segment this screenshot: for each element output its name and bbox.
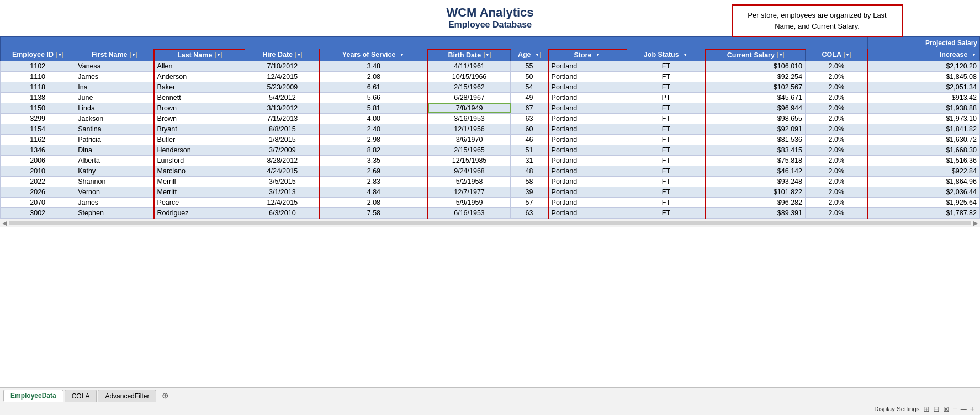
table-cell[interactable]: 1118 bbox=[1, 82, 75, 92]
table-cell[interactable]: FT bbox=[627, 187, 706, 197]
table-cell[interactable]: $93,248 bbox=[706, 176, 805, 187]
table-cell[interactable]: $92,254 bbox=[706, 71, 805, 82]
table-cell[interactable]: Butler bbox=[154, 134, 245, 145]
table-cell[interactable]: Portland bbox=[548, 197, 627, 208]
table-cell[interactable]: $1,938.88 bbox=[867, 103, 979, 113]
table-cell[interactable]: 2.0% bbox=[806, 166, 868, 176]
table-cell[interactable]: 7/8/1949 bbox=[428, 103, 511, 113]
table-cell[interactable]: FT bbox=[627, 124, 706, 134]
table-cell[interactable]: 2.0% bbox=[806, 176, 868, 187]
table-cell[interactable]: $1,516.36 bbox=[867, 155, 979, 166]
col-empid[interactable]: Employee ID ▼ bbox=[1, 49, 75, 61]
table-cell[interactable]: Linda bbox=[75, 103, 154, 113]
table-cell[interactable]: Bryant bbox=[154, 124, 245, 134]
table-cell[interactable]: Henderson bbox=[154, 145, 245, 155]
filter-birthdate[interactable]: ▼ bbox=[484, 52, 491, 58]
table-cell[interactable]: Marciano bbox=[154, 166, 245, 176]
table-cell[interactable]: Anderson bbox=[154, 71, 245, 82]
table-cell[interactable]: 2.0% bbox=[806, 113, 868, 124]
col-cola[interactable]: COLA ▼ bbox=[806, 49, 868, 61]
table-cell[interactable]: Stephen bbox=[75, 208, 154, 218]
table-cell[interactable]: 63 bbox=[511, 113, 548, 124]
table-cell[interactable]: $1,630.72 bbox=[867, 134, 979, 145]
table-cell[interactable]: 2.0% bbox=[806, 71, 868, 82]
table-cell[interactable]: $96,282 bbox=[706, 197, 805, 208]
tab-advancedfilter[interactable]: AdvancedFilter bbox=[98, 390, 156, 402]
table-cell[interactable]: Portland bbox=[548, 155, 627, 166]
table-cell[interactable]: 2010 bbox=[1, 166, 75, 176]
table-cell[interactable]: 3.35 bbox=[320, 155, 427, 166]
table-cell[interactable]: 46 bbox=[511, 134, 548, 145]
table-cell[interactable]: Brown bbox=[154, 113, 245, 124]
table-cell[interactable]: $913.42 bbox=[867, 92, 979, 103]
table-cell[interactable]: 4/24/2015 bbox=[245, 166, 320, 176]
table-cell[interactable]: 3/7/2009 bbox=[245, 145, 320, 155]
table-cell[interactable]: $75,818 bbox=[706, 155, 805, 166]
col-projsalary[interactable]: Increase ▼ bbox=[867, 49, 979, 61]
tab-add-button[interactable]: ⊕ bbox=[157, 390, 173, 402]
table-cell[interactable]: FT bbox=[627, 113, 706, 124]
table-cell[interactable]: $2,120.20 bbox=[867, 61, 979, 71]
table-cell[interactable]: Bennett bbox=[154, 92, 245, 103]
table-cell[interactable]: 2006 bbox=[1, 155, 75, 166]
table-cell[interactable]: Baker bbox=[154, 82, 245, 92]
table-cell[interactable]: 8.82 bbox=[320, 145, 427, 155]
table-cell[interactable]: FT bbox=[627, 145, 706, 155]
table-cell[interactable]: 8/8/2015 bbox=[245, 124, 320, 134]
table-cell[interactable]: $1,864.96 bbox=[867, 176, 979, 187]
filter-projsalary[interactable]: ▼ bbox=[971, 52, 977, 58]
table-cell[interactable]: 55 bbox=[511, 61, 548, 71]
table-cell[interactable]: 12/4/2015 bbox=[245, 197, 320, 208]
table-cell[interactable]: 9/24/1968 bbox=[428, 166, 511, 176]
table-cell[interactable]: $1,787.82 bbox=[867, 208, 979, 218]
filter-hiredate[interactable]: ▼ bbox=[295, 52, 302, 58]
table-cell[interactable]: 1150 bbox=[1, 103, 75, 113]
table-cell[interactable]: Santina bbox=[75, 124, 154, 134]
table-cell[interactable]: 12/4/2015 bbox=[245, 71, 320, 82]
table-cell[interactable]: $1,668.30 bbox=[867, 145, 979, 155]
table-cell[interactable]: 2.83 bbox=[320, 176, 427, 187]
table-cell[interactable]: 7/10/2012 bbox=[245, 61, 320, 71]
table-cell[interactable]: 3/6/1970 bbox=[428, 134, 511, 145]
table-cell[interactable]: 1346 bbox=[1, 145, 75, 155]
tab-employeedata[interactable]: EmployeeData bbox=[3, 390, 63, 402]
table-cell[interactable]: $89,391 bbox=[706, 208, 805, 218]
table-cell[interactable]: 1/8/2015 bbox=[245, 134, 320, 145]
table-cell[interactable]: Allen bbox=[154, 61, 245, 71]
table-cell[interactable]: $106,010 bbox=[706, 61, 805, 71]
filter-store[interactable]: ▼ bbox=[595, 52, 601, 58]
col-age[interactable]: Age ▼ bbox=[511, 49, 548, 61]
table-cell[interactable]: Portland bbox=[548, 71, 627, 82]
table-cell[interactable]: 51 bbox=[511, 145, 548, 155]
table-cell[interactable]: 1110 bbox=[1, 71, 75, 82]
col-yos[interactable]: Years of Service ▼ bbox=[320, 49, 427, 61]
table-cell[interactable]: 12/7/1977 bbox=[428, 187, 511, 197]
view-normal-icon[interactable]: ⊞ bbox=[923, 405, 930, 413]
table-cell[interactable]: 5/23/2009 bbox=[245, 82, 320, 92]
zoom-in-icon[interactable]: + bbox=[970, 405, 974, 413]
table-cell[interactable]: 54 bbox=[511, 82, 548, 92]
table-cell[interactable]: Dina bbox=[75, 145, 154, 155]
table-cell[interactable]: 2.0% bbox=[806, 82, 868, 92]
col-cursalary[interactable]: Current Salary ▼ bbox=[706, 49, 805, 61]
table-cell[interactable]: Kathy bbox=[75, 166, 154, 176]
table-cell[interactable]: 5.81 bbox=[320, 103, 427, 113]
table-cell[interactable]: $2,036.44 bbox=[867, 187, 979, 197]
table-cell[interactable]: 63 bbox=[511, 208, 548, 218]
table-cell[interactable]: 4.84 bbox=[320, 187, 427, 197]
table-cell[interactable]: 57 bbox=[511, 197, 548, 208]
table-cell[interactable]: 2.0% bbox=[806, 208, 868, 218]
table-cell[interactable]: Merritt bbox=[154, 187, 245, 197]
table-cell[interactable]: FT bbox=[627, 176, 706, 187]
table-cell[interactable]: Portland bbox=[548, 103, 627, 113]
table-cell[interactable]: Portland bbox=[548, 124, 627, 134]
table-cell[interactable]: $2,051.34 bbox=[867, 82, 979, 92]
hscroll[interactable]: ◀ ▶ bbox=[0, 219, 980, 227]
filter-cola[interactable]: ▼ bbox=[844, 52, 851, 58]
table-cell[interactable]: James bbox=[75, 197, 154, 208]
view-pagebreak-icon[interactable]: ⊠ bbox=[943, 405, 950, 413]
table-cell[interactable]: 67 bbox=[511, 103, 548, 113]
table-cell[interactable]: 5/2/1958 bbox=[428, 176, 511, 187]
filter-jobstatus[interactable]: ▼ bbox=[682, 52, 688, 58]
col-lastname[interactable]: Last Name ▼ bbox=[154, 49, 245, 61]
